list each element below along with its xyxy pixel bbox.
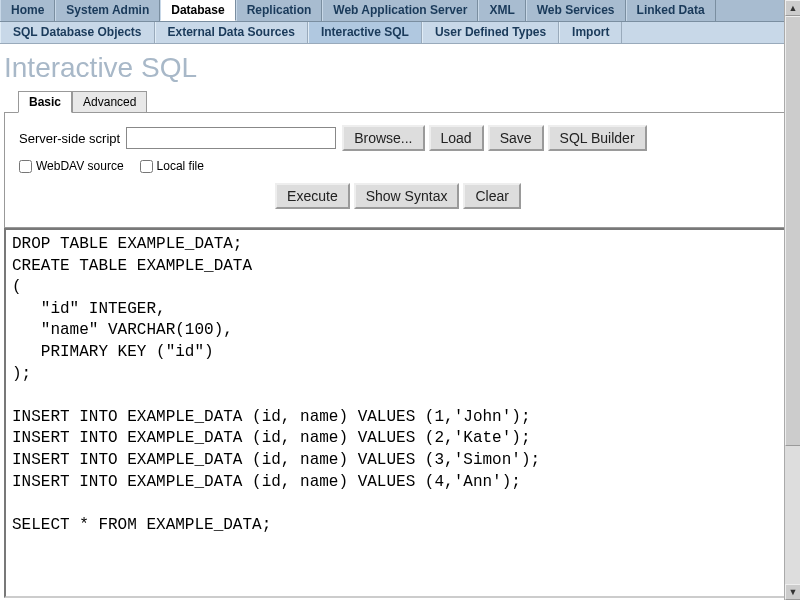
webdav-label: WebDAV source bbox=[36, 159, 124, 173]
main-nav-item-database[interactable]: Database bbox=[160, 0, 235, 21]
scroll-down-icon[interactable]: ▼ bbox=[785, 584, 800, 600]
main-nav-item-xml[interactable]: XML bbox=[478, 0, 525, 21]
main-nav-item-linked-data[interactable]: Linked Data bbox=[626, 0, 716, 21]
tab-advanced[interactable]: Advanced bbox=[72, 91, 147, 113]
local-checkbox[interactable] bbox=[140, 160, 153, 173]
tab-basic[interactable]: Basic bbox=[18, 91, 72, 113]
save-button[interactable]: Save bbox=[488, 125, 544, 151]
browse-button[interactable]: Browse... bbox=[342, 125, 424, 151]
source-options: WebDAV source Local file bbox=[19, 159, 781, 173]
execute-button[interactable]: Execute bbox=[275, 183, 350, 209]
sub-nav: SQL Database ObjectsExternal Data Source… bbox=[0, 22, 800, 44]
clear-button[interactable]: Clear bbox=[463, 183, 520, 209]
sub-nav-item-import[interactable]: Import bbox=[559, 22, 622, 43]
load-button[interactable]: Load bbox=[429, 125, 484, 151]
show-syntax-button[interactable]: Show Syntax bbox=[354, 183, 460, 209]
sub-nav-item-user-defined-types[interactable]: User Defined Types bbox=[422, 22, 559, 43]
scroll-up-icon[interactable]: ▲ bbox=[785, 0, 800, 16]
tab-row: BasicAdvanced bbox=[0, 91, 800, 113]
main-nav-item-web-services[interactable]: Web Services bbox=[526, 0, 626, 21]
local-label: Local file bbox=[157, 159, 204, 173]
sql-textarea[interactable] bbox=[4, 228, 796, 598]
main-nav-item-system-admin[interactable]: System Admin bbox=[55, 0, 160, 21]
script-row: Server-side script Browse... Load Save S… bbox=[19, 125, 781, 151]
webdav-checkbox[interactable] bbox=[19, 160, 32, 173]
script-label: Server-side script bbox=[19, 131, 120, 146]
script-input[interactable] bbox=[126, 127, 336, 149]
tab-panel: Server-side script Browse... Load Save S… bbox=[4, 112, 796, 228]
exec-row: Execute Show Syntax Clear bbox=[19, 183, 781, 209]
main-nav: HomeSystem AdminDatabaseReplicationWeb A… bbox=[0, 0, 800, 22]
scroll-thumb[interactable] bbox=[785, 16, 800, 446]
sub-nav-item-external-data-sources[interactable]: External Data Sources bbox=[155, 22, 308, 43]
webdav-option[interactable]: WebDAV source bbox=[19, 159, 124, 173]
scrollbar[interactable]: ▲ ▼ bbox=[784, 0, 800, 600]
local-option[interactable]: Local file bbox=[140, 159, 204, 173]
sql-builder-button[interactable]: SQL Builder bbox=[548, 125, 647, 151]
page-title: Interactive SQL bbox=[0, 44, 800, 90]
main-nav-item-web-application-server[interactable]: Web Application Server bbox=[322, 0, 478, 21]
main-nav-item-home[interactable]: Home bbox=[0, 0, 55, 21]
main-nav-item-replication[interactable]: Replication bbox=[236, 0, 323, 21]
sub-nav-item-interactive-sql[interactable]: Interactive SQL bbox=[308, 22, 422, 43]
sub-nav-item-sql-database-objects[interactable]: SQL Database Objects bbox=[0, 22, 155, 43]
